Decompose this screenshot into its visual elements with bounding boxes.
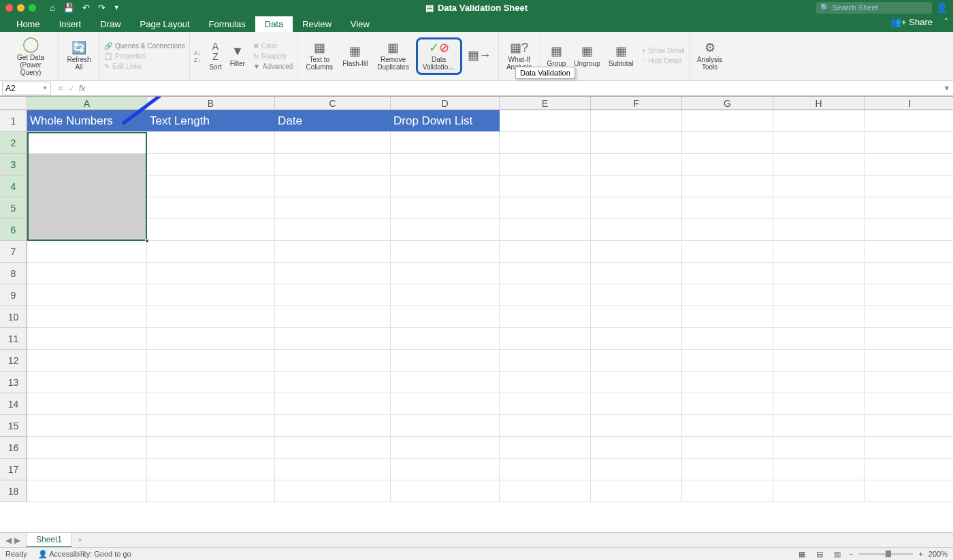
cell-B2[interactable] — [147, 132, 275, 154]
cell-B6[interactable] — [147, 219, 275, 241]
flash-fill-button[interactable]: ▦Flash-fill — [340, 44, 370, 69]
cell-E5[interactable] — [500, 197, 591, 219]
cell-B7[interactable] — [147, 241, 275, 263]
cell-F13[interactable] — [591, 372, 682, 393]
cell-E1[interactable] — [500, 110, 591, 132]
cell-G15[interactable] — [682, 415, 773, 437]
cell-D4[interactable] — [391, 176, 500, 197]
cell-B11[interactable] — [147, 328, 275, 350]
tab-view[interactable]: View — [341, 16, 379, 32]
tab-page-layout[interactable]: Page Layout — [131, 16, 199, 32]
cell-H5[interactable] — [773, 197, 865, 219]
cell-G13[interactable] — [682, 372, 773, 393]
search-input[interactable]: 🔍 Search Sheet — [816, 2, 932, 14]
cell-B10[interactable] — [147, 306, 275, 328]
cell-I15[interactable] — [865, 415, 953, 437]
cell-H1[interactable] — [773, 110, 865, 132]
row-header-7[interactable]: 7 — [0, 241, 27, 263]
cell-G2[interactable] — [682, 132, 773, 154]
row-header-9[interactable]: 9 — [0, 284, 27, 306]
cell-F17[interactable] — [591, 459, 682, 480]
cell-D18[interactable] — [391, 480, 500, 502]
collapse-ribbon-icon[interactable]: ˆ — [945, 17, 948, 27]
column-header-D[interactable]: D — [391, 97, 500, 110]
cell-B8[interactable] — [147, 263, 275, 284]
zoom-out-button[interactable]: − — [849, 550, 853, 558]
cell-B9[interactable] — [147, 284, 275, 306]
cell-H6[interactable] — [773, 219, 865, 241]
zoom-slider[interactable] — [858, 553, 913, 555]
cell-B18[interactable] — [147, 480, 275, 502]
cell-B14[interactable] — [147, 393, 275, 415]
row-header-14[interactable]: 14 — [0, 393, 27, 415]
select-all-corner[interactable] — [0, 97, 27, 110]
cell-I16[interactable] — [865, 437, 953, 459]
cell-C9[interactable] — [275, 284, 391, 306]
tab-data[interactable]: Data — [255, 16, 293, 32]
cell-E3[interactable] — [500, 154, 591, 176]
cell-A14[interactable] — [27, 393, 147, 415]
cell-H11[interactable] — [773, 328, 865, 350]
column-header-F[interactable]: F — [591, 97, 682, 110]
cell-H16[interactable] — [773, 437, 865, 459]
undo-icon[interactable]: ↶ — [82, 3, 90, 13]
cell-H12[interactable] — [773, 350, 865, 372]
cell-A17[interactable] — [27, 459, 147, 480]
text-to-columns-button[interactable]: ▦Text to Columns — [302, 40, 337, 73]
cell-B15[interactable] — [147, 415, 275, 437]
cell-D17[interactable] — [391, 459, 500, 480]
cell-C14[interactable] — [275, 393, 391, 415]
row-header-16[interactable]: 16 — [0, 437, 27, 459]
cell-E16[interactable] — [500, 437, 591, 459]
cell-E18[interactable] — [500, 480, 591, 502]
cell-A7[interactable] — [27, 241, 147, 263]
redo-icon[interactable]: ↷ — [98, 3, 106, 13]
cell-A11[interactable] — [27, 328, 147, 350]
advanced-filter-button[interactable]: ▼Advanced — [253, 62, 293, 71]
cell-G9[interactable] — [682, 284, 773, 306]
filter-button[interactable]: ▼ Filter — [227, 44, 248, 69]
cell-F5[interactable] — [591, 197, 682, 219]
consolidate-button[interactable]: ▦→ — [465, 48, 494, 65]
zoom-level[interactable]: 200% — [928, 550, 948, 558]
tab-draw[interactable]: Draw — [91, 16, 130, 32]
sort-button[interactable]: AZ Sort — [206, 40, 224, 73]
cell-I13[interactable] — [865, 372, 953, 393]
row-header-4[interactable]: 4 — [0, 176, 27, 197]
cell-B16[interactable] — [147, 437, 275, 459]
cell-G1[interactable] — [682, 110, 773, 132]
formula-input[interactable] — [89, 82, 953, 95]
cell-E4[interactable] — [500, 176, 591, 197]
edit-links-button[interactable]: ✎Edit Links — [104, 62, 142, 71]
cell-E13[interactable] — [500, 372, 591, 393]
cell-C1[interactable]: Date — [275, 110, 391, 132]
cell-C13[interactable] — [275, 372, 391, 393]
row-header-5[interactable]: 5 — [0, 197, 27, 219]
cell-E14[interactable] — [500, 393, 591, 415]
cell-D10[interactable] — [391, 306, 500, 328]
cell-D14[interactable] — [391, 393, 500, 415]
cell-F10[interactable] — [591, 306, 682, 328]
cell-I11[interactable] — [865, 328, 953, 350]
sheet-nav-next-icon[interactable]: ▶ — [14, 536, 20, 545]
cell-A1[interactable]: Whole Numbers — [27, 110, 147, 132]
spreadsheet-grid[interactable]: ABCDEFGHI 123456789101112131415161718 Wh… — [0, 96, 953, 530]
cell-F7[interactable] — [591, 241, 682, 263]
cell-H9[interactable] — [773, 284, 865, 306]
cell-D7[interactable] — [391, 241, 500, 263]
cell-I6[interactable] — [865, 219, 953, 241]
cell-B17[interactable] — [147, 459, 275, 480]
name-box[interactable]: A2 ▼ — [2, 82, 51, 95]
refresh-all-button[interactable]: 🔄 Refresh All — [63, 40, 95, 73]
row-header-2[interactable]: 2 — [0, 132, 27, 154]
ungroup-button[interactable]: ▦Ungroup — [571, 44, 602, 69]
cell-G11[interactable] — [682, 328, 773, 350]
cell-D2[interactable] — [391, 132, 500, 154]
cell-I4[interactable] — [865, 176, 953, 197]
cell-G12[interactable] — [682, 350, 773, 372]
cell-F12[interactable] — [591, 350, 682, 372]
cell-F8[interactable] — [591, 263, 682, 284]
cell-B12[interactable] — [147, 350, 275, 372]
cell-E15[interactable] — [500, 415, 591, 437]
page-break-view-icon[interactable]: ▥ — [831, 550, 843, 559]
